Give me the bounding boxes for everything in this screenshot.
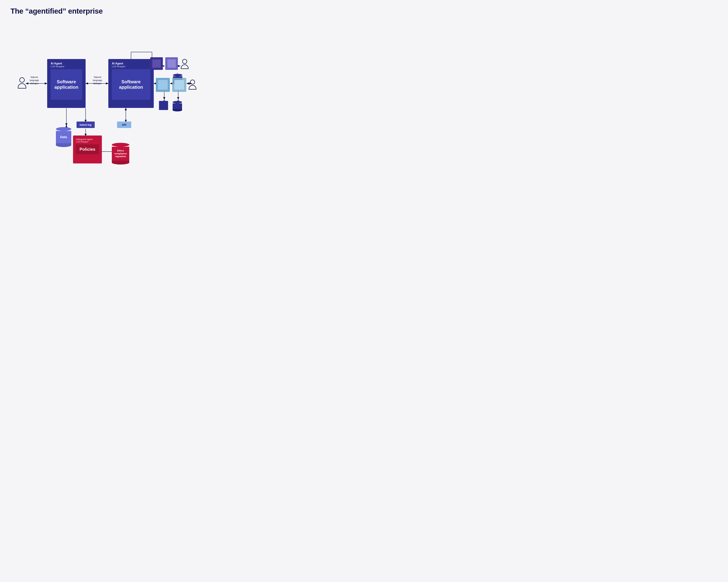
api-box: API xyxy=(117,122,131,128)
agent-box-2: AI Agent LLM Wrapper Software applicatio… xyxy=(108,59,154,108)
mid-right-db-right xyxy=(173,101,182,111)
nlp-label-1: Natural language dialogue xyxy=(27,76,41,85)
agent2-software-inner: Software application xyxy=(112,69,150,100)
mid-right-sq-right-inner xyxy=(174,80,184,90)
policies-inner: Policies xyxy=(76,144,99,154)
nlp-label-2: Natural language dialogue xyxy=(90,76,104,85)
data-label: Data xyxy=(60,135,67,139)
policies-label: Policies xyxy=(79,147,95,152)
agent1-subtitle: LLM Wrapper xyxy=(51,65,82,68)
agent-box-1: AI Agent LLM Wrapper Software applicatio… xyxy=(47,59,86,108)
top-right-sq-med-inner xyxy=(167,59,176,68)
person-mid-right xyxy=(189,80,197,89)
data-cylinder: Data xyxy=(56,127,71,147)
agent2-software-label: Software application xyxy=(112,79,150,90)
intent-log-box: Intent log xyxy=(77,122,95,128)
agent1-software-inner: Software application xyxy=(51,69,82,100)
safeguard-box: Safeguard agent LLM Wrapper Policies xyxy=(73,135,102,163)
ethics-cylinder: Ethics compliance regulation xyxy=(112,143,129,164)
ethics-label: Ethics compliance regulation xyxy=(113,149,128,158)
top-right-sq-inner xyxy=(152,59,161,68)
safeguard-subtitle: LLM Wrapper xyxy=(76,140,99,143)
mid-right-sq-left-inner xyxy=(158,80,168,90)
diagram: Natural language dialogue AI Agent LLM W… xyxy=(10,24,203,174)
agent2-subtitle: LLM Wrapper xyxy=(112,65,150,68)
person-left xyxy=(18,77,26,88)
agent2-title: AI Agent xyxy=(112,62,150,65)
agent1-software-label: Software application xyxy=(51,79,82,90)
mid-right-sq-bottom-left xyxy=(159,101,168,110)
page-title: The “agentified” enterprise xyxy=(10,7,199,16)
agent1-title: AI Agent xyxy=(51,62,82,65)
safeguard-title: Safeguard agent xyxy=(76,138,99,140)
person-top-right xyxy=(181,59,188,69)
